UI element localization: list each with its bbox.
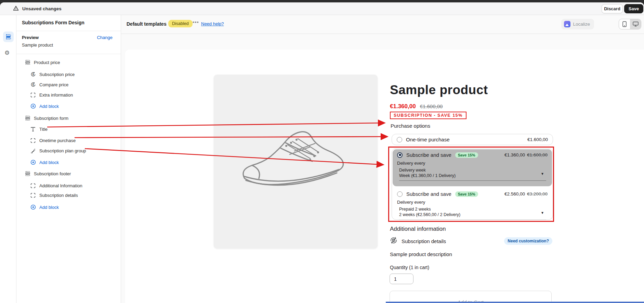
add-block-button[interactable]: Add block [30, 203, 59, 212]
quantity-label: Quantity (1 in cart) [390, 265, 429, 270]
tree-item-subscription-price[interactable]: $ Subscription price [30, 70, 75, 79]
product-price-row: €1.360,00€1.600,00 [390, 103, 443, 110]
localize-label: Localize [573, 22, 590, 27]
purchase-options-label: Purchase options [391, 123, 430, 129]
template-title: Default templates [127, 21, 167, 27]
template-header: Default templates Disabled ••• Need help… [121, 15, 644, 34]
panel-title: Subscriptions Form Design [22, 20, 84, 25]
radio-unchecked-icon[interactable] [397, 191, 403, 197]
section-icon [25, 115, 30, 121]
product-title: Sample product [390, 83, 488, 97]
tree-label: Subscription price [39, 72, 75, 77]
need-customization-link[interactable]: Need customization? [504, 237, 552, 245]
tree-label: Additional Information [39, 183, 82, 188]
delivery-select[interactable]: Delivery week Week (€1.360,00 / 1 Delive… [399, 168, 546, 181]
product-image-card [214, 75, 378, 249]
plan-compare-price: €3.200,00 [527, 191, 548, 197]
radio-unchecked-icon[interactable] [397, 137, 402, 142]
need-help-link[interactable]: Need help? [201, 21, 224, 26]
unsaved-changes-label: Unsaved changes [22, 6, 62, 11]
delivery-select[interactable]: Prepaid 2 weeks 2 weeks (€2.560,00 / 2 D… [399, 207, 546, 220]
main-area: Default templates Disabled ••• Need help… [121, 15, 644, 303]
plan-label: Subscribe and save [406, 152, 451, 158]
tree-label: Product price [34, 60, 60, 65]
app-window: Unsaved changes Discard Save ⚙ Subscript… [0, 0, 644, 303]
svg-text:$: $ [32, 73, 34, 76]
delivery-every-label: Delivery every [397, 200, 548, 205]
add-block-label: Add block [39, 205, 59, 210]
save-pill: Save 15% [455, 191, 478, 197]
blocks-panel: Subscriptions Form Design Preview Change… [16, 15, 121, 303]
form-design-nav-icon[interactable] [3, 31, 14, 42]
current-price: €1.360,00 [390, 103, 416, 110]
onetime-price: €1.600,00 [527, 137, 548, 142]
text-icon [30, 126, 36, 132]
tree-item-subscription-details[interactable]: Subscription details [30, 191, 78, 200]
refresh-dollar-icon: $ [30, 72, 36, 77]
localize-icon [564, 21, 570, 27]
delivery-every-label: Delivery every [397, 161, 548, 166]
quantity-input[interactable] [390, 274, 413, 284]
add-to-cart-button[interactable]: Add to Cart [390, 291, 552, 303]
localize-button[interactable]: Localize [561, 19, 594, 29]
plan-price: €2.560,00€3.200,00 [504, 191, 548, 197]
tree-label: Subscription form [34, 116, 68, 121]
tree-item-title[interactable]: Title [30, 125, 48, 134]
additional-information-title: Additional information [390, 226, 446, 232]
tree-section-subscription-form[interactable]: Subscription form [25, 114, 68, 123]
tree-label: Subscription footer [34, 171, 71, 176]
settings-gear-icon[interactable]: ⚙ [4, 49, 10, 56]
tree-label: Extra information [39, 92, 73, 98]
device-toggle [619, 19, 641, 29]
select-option-detail: Week (€1.360,00 / 1 Delivery) [399, 173, 546, 179]
tree-label: Compare price [39, 82, 68, 87]
add-block-label: Add block [39, 160, 59, 165]
section-icon [25, 171, 30, 177]
refresh-dollar-icon: $ [30, 82, 36, 88]
svg-text:$: $ [32, 83, 34, 86]
add-block-button[interactable]: Add block [30, 158, 59, 167]
tree-section-product-price[interactable]: Product price [25, 58, 60, 67]
tree-label: Title [39, 127, 48, 132]
save-pill: Save 15% [455, 152, 478, 158]
preview-subject: Sample product [22, 42, 53, 48]
subscription-plan-option[interactable]: Subscribe and save Save 15% €2.560,00€3.… [393, 188, 552, 220]
radio-checked-icon[interactable] [397, 152, 403, 158]
more-menu-button[interactable]: ••• [193, 19, 199, 25]
select-option-name: Prepaid 2 weeks [399, 207, 546, 212]
tree-item-extra-information[interactable]: Extra information [30, 90, 73, 99]
storefront-preview: Sample product €1.360,00€1.600,00 SUBSCR… [125, 50, 644, 303]
tree-item-additional-information[interactable]: Additional Information [30, 181, 82, 190]
subscription-save-badge: SUBSCRIPTION - SAVE 15% [390, 112, 466, 119]
tree-section-subscription-footer[interactable]: Subscription footer [25, 169, 71, 178]
onetime-label: One-time purchase [406, 137, 450, 142]
sneaker-sketch [234, 111, 357, 213]
product-description: Sample product description [390, 251, 452, 257]
tree-item-compare-price[interactable]: $ Compare price [30, 80, 68, 89]
change-preview-link[interactable]: Change [97, 35, 113, 40]
brackets-icon [30, 92, 36, 98]
tree-label: Onetime purchase [39, 138, 76, 143]
brackets-icon [30, 138, 36, 143]
onetime-purchase-option[interactable]: One-time purchase €1.600,00 [392, 134, 553, 145]
chevron-down-icon: ▼ [541, 211, 544, 215]
subscription-details-row: Subscription details Need customization? [389, 237, 552, 245]
save-button[interactable]: Save [624, 4, 643, 13]
tree-item-subscription-plan-group[interactable]: Subscription plan group [30, 146, 86, 155]
tree-item-onetime-purchase[interactable]: Onetime purchase [30, 136, 76, 145]
plan-label: Subscribe and save [406, 191, 451, 197]
subscription-details-label: Subscription details [402, 238, 446, 244]
plus-circle-icon [30, 160, 36, 165]
plus-circle-icon [30, 103, 36, 109]
plus-circle-icon [30, 204, 36, 210]
warning-icon [13, 5, 19, 12]
subscription-cycle-icon [389, 236, 398, 246]
select-option-name: Delivery week [399, 168, 546, 173]
compare-price: €1.600,00 [420, 103, 443, 109]
discard-button[interactable]: Discard [602, 4, 623, 13]
subscription-plan-selected[interactable]: Subscribe and save Save 15% €1.360,00€1.… [393, 149, 552, 186]
desktop-view-button[interactable] [630, 19, 641, 29]
mobile-view-button[interactable] [619, 19, 630, 29]
status-badge: Disabled [168, 20, 193, 27]
add-block-button[interactable]: Add block [30, 102, 59, 111]
